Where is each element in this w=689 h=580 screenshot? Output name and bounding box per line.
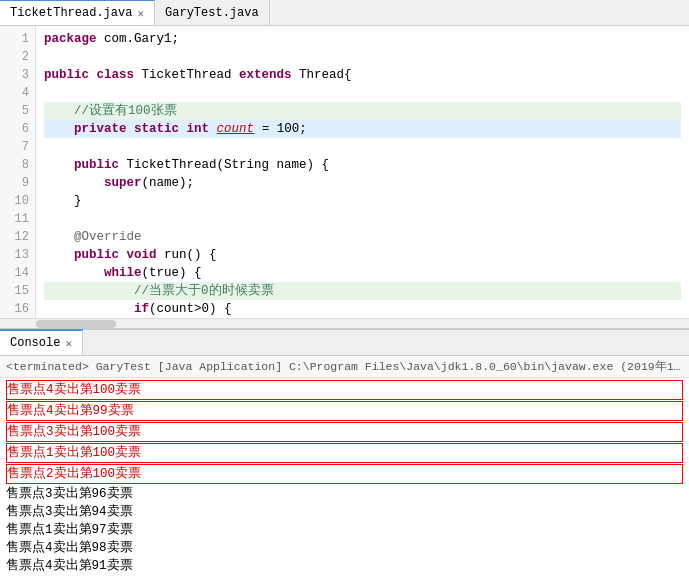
line-num-14: 14 — [6, 264, 29, 282]
code-line-5: //设置有100张票 — [44, 102, 681, 120]
line-num-3: 3 — [6, 66, 29, 84]
console-line-5: 售票点3卖出第96卖票 — [6, 485, 683, 503]
scrollbar-thumb[interactable] — [36, 320, 116, 328]
code-line-7 — [44, 138, 681, 156]
editor-panel: TicketThread.java ✕ GaryTest.java 1 2 3 … — [0, 0, 689, 330]
console-panel: Console ✕ <terminated> GaryTest [Java Ap… — [0, 330, 689, 580]
line-num-11: 11 — [6, 210, 29, 228]
console-output[interactable]: 售票点4卖出第100卖票售票点4卖出第99卖票售票点3卖出第100卖票售票点1卖… — [0, 378, 689, 580]
tab-ticketthread[interactable]: TicketThread.java ✕ — [0, 0, 155, 25]
line-num-9: 9 — [6, 174, 29, 192]
line-num-10: 10 — [6, 192, 29, 210]
code-line-16: if(count>0) { — [44, 300, 681, 318]
code-line-8: public TicketThread(String name) { — [44, 156, 681, 174]
line-num-2: 2 — [6, 48, 29, 66]
code-line-10: } — [44, 192, 681, 210]
tab-garytest-label: GaryTest.java — [165, 6, 259, 20]
line-num-6: 6 — [6, 120, 29, 138]
console-line-4: 售票点2卖出第100卖票 — [6, 464, 683, 484]
line-num-15: 15 — [6, 282, 29, 300]
tab-console-label: Console — [10, 336, 60, 350]
console-tab-bar: Console ✕ — [0, 330, 689, 356]
tab-console-close[interactable]: ✕ — [65, 337, 72, 350]
line-num-13: 13 — [6, 246, 29, 264]
line-numbers: 1 2 3 4 5 6 7 8 9 10 11 12 13 14 15 16 — [0, 26, 36, 318]
line-num-12: 12 — [6, 228, 29, 246]
line-num-4: 4 — [6, 84, 29, 102]
code-line-11 — [44, 210, 681, 228]
code-line-13: public void run() { — [44, 246, 681, 264]
console-line-1: 售票点4卖出第99卖票 — [6, 401, 683, 421]
code-line-1: package com.Gary1; — [44, 30, 681, 48]
horizontal-scrollbar[interactable] — [0, 318, 689, 328]
line-num-8: 8 — [6, 156, 29, 174]
code-line-9: super(name); — [44, 174, 681, 192]
tab-garytest[interactable]: GaryTest.java — [155, 0, 270, 25]
line-num-7: 7 — [6, 138, 29, 156]
console-line-3: 售票点1卖出第100卖票 — [6, 443, 683, 463]
console-line-9: 售票点4卖出第91卖票 — [6, 557, 683, 575]
console-header: <terminated> GaryTest [Java Application]… — [0, 356, 689, 378]
code-content[interactable]: package com.Gary1; public class TicketTh… — [36, 26, 689, 318]
console-line-0: 售票点4卖出第100卖票 — [6, 380, 683, 400]
tab-console[interactable]: Console ✕ — [0, 329, 83, 355]
line-num-1: 1 — [6, 30, 29, 48]
code-line-4 — [44, 84, 681, 102]
code-area: 1 2 3 4 5 6 7 8 9 10 11 12 13 14 15 16 p… — [0, 26, 689, 318]
code-line-6: private static int count = 100; — [44, 120, 681, 138]
tab-ticketthread-close[interactable]: ✕ — [137, 7, 144, 20]
line-num-5: 5 — [6, 102, 29, 120]
tab-ticketthread-label: TicketThread.java — [10, 6, 132, 20]
code-line-14: while(true) { — [44, 264, 681, 282]
code-line-12: @Override — [44, 228, 681, 246]
console-line-2: 售票点3卖出第100卖票 — [6, 422, 683, 442]
console-line-8: 售票点4卖出第98卖票 — [6, 539, 683, 557]
code-line-3: public class TicketThread extends Thread… — [44, 66, 681, 84]
line-num-16: 16 — [6, 300, 29, 318]
console-line-7: 售票点1卖出第97卖票 — [6, 521, 683, 539]
code-line-2 — [44, 48, 681, 66]
console-line-6: 售票点3卖出第94卖票 — [6, 503, 683, 521]
editor-tab-bar: TicketThread.java ✕ GaryTest.java — [0, 0, 689, 26]
code-line-15: //当票大于0的时候卖票 — [44, 282, 681, 300]
